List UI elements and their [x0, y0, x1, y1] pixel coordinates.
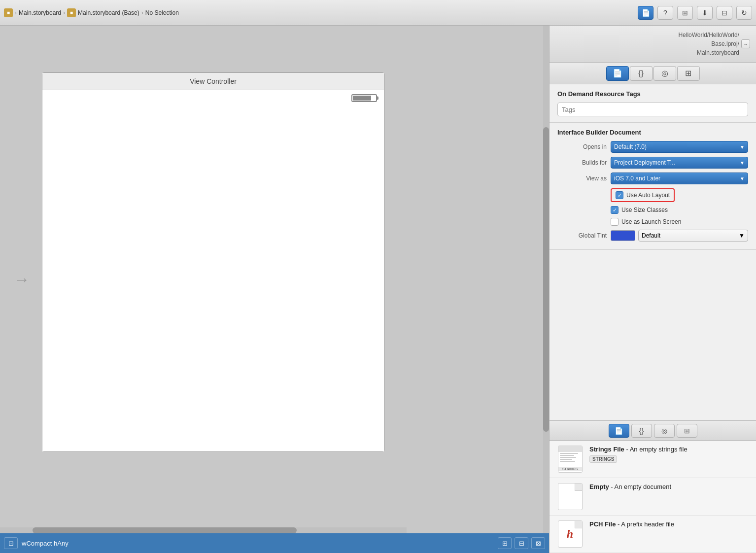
top-toolbar: ■ › Main.storyboard › ■ Main.storyboard …	[0, 0, 756, 26]
view-as-select[interactable]: iOS 7.0 and Later ▼	[611, 173, 748, 184]
toolbar-help-btn[interactable]: ?	[657, 6, 673, 20]
pch-icon-graphic: h	[558, 520, 583, 548]
empty-item-title: Empty - An empty document	[589, 483, 749, 490]
right-panel: HelloWorld/HelloWorld/ Base.lproj/ Main.…	[549, 26, 756, 553]
builds-for-value: Project Deployment T...	[614, 159, 675, 166]
path-forward-btn[interactable]: →	[741, 39, 750, 48]
toolbar-download-btn[interactable]: ⬇	[697, 6, 713, 20]
strings-line-3	[560, 457, 577, 458]
auto-layout-highlight: ✓ Use Auto Layout	[611, 188, 675, 202]
opens-in-label: Opens in	[557, 143, 607, 150]
view-as-value: iOS 7.0 and Later	[614, 175, 660, 182]
toolbar-grid-btn[interactable]: ⊞	[677, 6, 693, 20]
strings-icon-header	[558, 446, 582, 452]
inspector-content: On Demand Resource Tags Interface Builde…	[550, 84, 756, 420]
inspector-tab-circle[interactable]: ◎	[653, 66, 676, 81]
empty-title-bold: Empty	[589, 483, 609, 490]
library-tab-file[interactable]: 📄	[609, 424, 629, 438]
builds-for-select[interactable]: Project Deployment T... ▼	[611, 157, 748, 169]
view-controller-frame[interactable]: View Controller	[42, 72, 384, 452]
builds-for-arrow-icon: ▼	[740, 160, 745, 166]
tint-select[interactable]: Default ▼	[638, 230, 748, 242]
strings-line-5	[560, 461, 576, 462]
pch-doc-icon: h	[556, 520, 584, 548]
empty-doc-icon	[556, 483, 584, 510]
size-class-label: wCompact hAny	[22, 540, 69, 547]
canvas-content[interactable]: → View Controller	[0, 26, 549, 533]
builds-for-label: Builds for	[557, 159, 607, 166]
strings-file-icon: STRINGS	[556, 446, 584, 473]
toolbar-refresh-btn[interactable]: ↻	[736, 6, 752, 20]
vc-title-bar: View Controller	[42, 73, 384, 90]
vc-title-text: View Controller	[190, 77, 237, 85]
builds-for-row: Builds for Project Deployment T... ▼	[557, 157, 748, 169]
canvas-scrollbar-thumb[interactable]	[543, 127, 549, 432]
inspector-path-row: HelloWorld/HelloWorld/ Base.lproj/ Main.…	[555, 31, 750, 57]
toolbar-nav-btn[interactable]: ⊟	[717, 6, 732, 20]
path-line1: HelloWorld/HelloWorld/	[678, 32, 739, 38]
global-tint-label: Global Tint	[557, 232, 607, 239]
auto-layout-checkbox[interactable]: ✓	[616, 191, 623, 199]
ib-document-section: Interface Builder Document Opens in Defa…	[550, 123, 756, 250]
view-as-label: View as	[557, 175, 607, 182]
breadcrumb-main-storyboard[interactable]: Main.storyboard	[19, 9, 61, 16]
library-item-strings[interactable]: STRINGS Strings File - An empty strings …	[550, 441, 756, 478]
strings-item-title: Strings File - An empty strings file	[589, 446, 749, 453]
ib-document-title: Interface Builder Document	[557, 129, 748, 136]
inspector-tab-grid[interactable]: ⊞	[677, 66, 700, 81]
size-classes-checkbox[interactable]: ✓	[611, 206, 619, 214]
horizontal-scrollbar-thumb[interactable]	[33, 527, 297, 533]
library-toolbar: 📄 {} ◎ ⊞	[550, 421, 756, 441]
vc-screen[interactable]	[42, 90, 384, 451]
strings-title-rest: - An empty strings file	[624, 446, 687, 453]
tags-input[interactable]	[557, 103, 748, 116]
launch-screen-row: Use as Launch Screen	[557, 218, 748, 226]
library-tab-curly[interactable]: {}	[631, 424, 652, 438]
toolbar-file-btn[interactable]: 📄	[638, 6, 653, 20]
size-classes-wrapper[interactable]: ✓ Use Size Classes	[611, 206, 668, 214]
canvas-area[interactable]: → View Controller	[0, 26, 549, 553]
bottom-nav-btn[interactable]: ⊟	[515, 537, 528, 549]
launch-screen-wrapper[interactable]: Use as Launch Screen	[611, 218, 681, 226]
strings-icon-tag: STRINGS	[558, 467, 582, 471]
breadcrumb: ■ › Main.storyboard › ■ Main.storyboard …	[4, 8, 635, 17]
path-line2: Base.lproj/	[711, 40, 739, 47]
auto-layout-label: Use Auto Layout	[626, 192, 670, 199]
opens-in-select[interactable]: Default (7.0) ▼	[611, 141, 748, 153]
bottom-status-bar: ⊡ wCompact hAny ⊞ ⊟ ⊠	[0, 533, 549, 553]
auto-layout-row: ✓ Use Auto Layout	[557, 188, 748, 202]
strings-line-2	[560, 455, 574, 456]
tint-color-swatch[interactable]	[611, 230, 635, 241]
storyboard-icon: ■	[4, 8, 13, 17]
library-tab-grid[interactable]: ⊞	[677, 424, 697, 438]
empty-icon-graphic	[558, 483, 583, 510]
view-as-row: View as iOS 7.0 and Later ▼	[557, 173, 748, 184]
view-as-arrow-icon: ▼	[740, 176, 745, 181]
bottom-zoom-btn[interactable]: ⊠	[531, 537, 545, 549]
bottom-grid-btn[interactable]: ⊞	[498, 537, 512, 549]
path-line3: Main.storyboard	[697, 49, 739, 56]
inspector-tab-file[interactable]: 📄	[606, 66, 629, 81]
size-classes-row: ✓ Use Size Classes	[557, 206, 748, 214]
breadcrumb-sep-1: ›	[15, 9, 17, 16]
inspector-toolbar: 📄 {} ◎ ⊞	[550, 63, 756, 84]
strings-item-text: Strings File - An empty strings file STR…	[589, 446, 749, 463]
segue-arrow: →	[14, 271, 30, 289]
status-bar	[351, 94, 377, 102]
inspector-tab-curly[interactable]: {}	[630, 66, 653, 81]
library-item-empty[interactable]: Empty - An empty document	[550, 478, 756, 516]
inspector-path-text: HelloWorld/HelloWorld/ Base.lproj/ Main.…	[555, 31, 739, 57]
launch-screen-checkbox[interactable]	[611, 218, 619, 226]
layout-toggle-btn[interactable]: ⊡	[4, 537, 18, 549]
opens-in-arrow-icon: ▼	[740, 144, 745, 150]
strings-title-bold: Strings File	[589, 446, 624, 453]
breadcrumb-base[interactable]: Main.storyboard (Base)	[78, 9, 139, 16]
library-tab-circle[interactable]: ◎	[654, 424, 675, 438]
pch-item-text: PCH File - A prefix header file	[589, 520, 749, 529]
opens-in-value: Default (7.0)	[614, 143, 647, 150]
horizontal-scrollbar[interactable]	[0, 527, 407, 533]
library-item-pch[interactable]: h PCH File - A prefix header file	[550, 516, 756, 553]
canvas-scrollbar[interactable]	[543, 26, 549, 533]
battery-tip	[377, 97, 378, 100]
toolbar-right-buttons: 📄 ? ⊞ ⬇ ⊟ ↻	[638, 6, 752, 20]
